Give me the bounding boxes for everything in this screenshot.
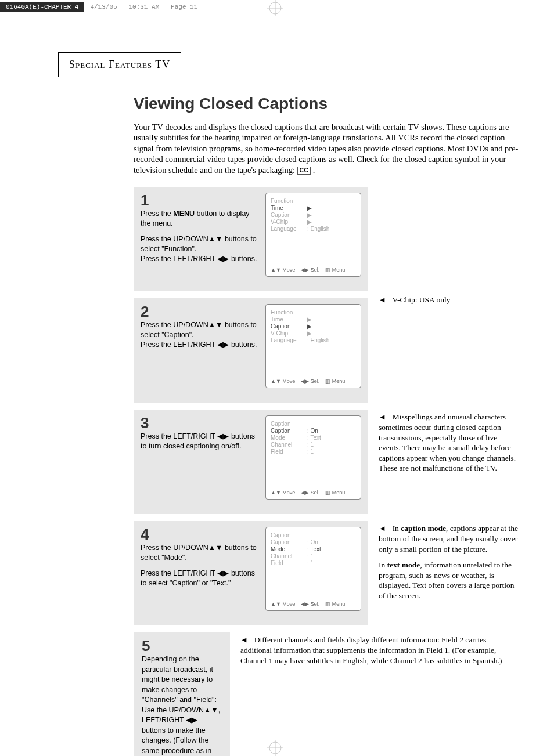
side-note-3: ◄ Misspellings and unusual characters so… bbox=[379, 410, 519, 479]
osd-hint: ▲▼ Move ◀▶ Sel. ▥ Menu bbox=[271, 490, 356, 495]
triangle-left-icon: ◄ bbox=[240, 635, 248, 644]
side-note-1 bbox=[379, 187, 519, 189]
osd-hint: ▲▼ Move ◀▶ Sel. ▥ Menu bbox=[271, 601, 356, 607]
page-title: Viewing Closed Captions bbox=[134, 95, 519, 113]
osd-hint: ▲▼ Move ◀▶ Sel. ▥ Menu bbox=[271, 267, 356, 273]
triangle-left-icon: ◄ bbox=[379, 524, 386, 533]
osd-screenshot-4: Caption Caption: On Mode: Text Channel: … bbox=[265, 527, 361, 611]
side-note-2: ◄ V-Chip: USA only bbox=[379, 292, 519, 311]
triangle-left-icon: ◄ bbox=[379, 413, 386, 421]
osd-screenshot-3: Caption Caption: On Mode: Text Channel: … bbox=[265, 415, 361, 500]
step-1: 1 Press the MENU button to display the m… bbox=[134, 187, 368, 291]
step-number: 2 bbox=[141, 304, 258, 319]
step-2: 2 Press the UP/DOWN▲▼ buttons to select … bbox=[134, 298, 368, 403]
side-note-5: ◄ Different channels and fields display … bbox=[240, 632, 519, 671]
section-title-box: Special Features TV bbox=[58, 52, 181, 77]
step-number: 1 bbox=[141, 193, 258, 208]
cc-symbol: CC bbox=[297, 167, 311, 175]
section-title: Special Features TV bbox=[69, 59, 170, 70]
step-3: 3 Press the LEFT/RIGHT ◀▶ buttons to tur… bbox=[134, 410, 368, 514]
step-5: 5 Depending on the particular broadcast,… bbox=[134, 632, 230, 756]
osd-hint: ▲▼ Move ◀▶ Sel. ▥ Menu bbox=[271, 378, 356, 384]
side-note-4: ◄ In caption mode, captions appear at th… bbox=[379, 521, 519, 606]
step-number: 3 bbox=[141, 415, 258, 431]
osd-screenshot-1: Function Time▶ Caption▶ V-Chip▶ Language… bbox=[265, 193, 361, 277]
step-number: 5 bbox=[142, 638, 222, 653]
osd-screenshot-2: Function Time▶ Caption▶ V-Chip▶ Language… bbox=[265, 304, 361, 388]
step-4: 4 Press the UP/DOWN▲▼ buttons to select … bbox=[134, 521, 368, 625]
triangle-left-icon: ◄ bbox=[379, 295, 386, 304]
intro-text: Your TV decodes and displays the closed … bbox=[134, 122, 518, 175]
registration-mark-bottom bbox=[267, 740, 283, 756]
step-number: 4 bbox=[141, 527, 258, 542]
intro-paragraph: Your TV decodes and displays the closed … bbox=[134, 122, 519, 176]
